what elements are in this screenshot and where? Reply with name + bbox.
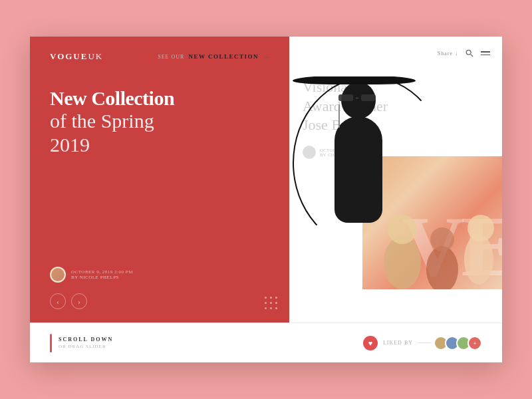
white-top-bar: Share ↓: [438, 49, 490, 58]
author-row: OCTOBER 9, 2018 2:00 PM BY NICOLE PHELPS: [50, 267, 269, 283]
bottom-bar: SCROLL DOWN OR DRAG SLIDER ♥ LIKED BY +: [30, 323, 502, 362]
share-arrow-icon: ↓: [455, 51, 458, 57]
see-our-label: SEE OUR: [158, 54, 184, 60]
scroll-down-section: SCROLL DOWN OR DRAG SLIDER: [50, 334, 113, 352]
search-icon-button[interactable]: [465, 49, 474, 58]
sunglasses: [338, 94, 378, 102]
next-arrow-button[interactable]: ›: [71, 293, 87, 309]
logo: VOGUE UK: [50, 51, 103, 62]
chevron-left-icon: ‹: [57, 298, 59, 305]
scroll-sub-label: OR DRAG SLIDER: [59, 344, 113, 349]
search-icon: [466, 49, 473, 57]
logo-vogue: VOGUE: [50, 51, 88, 62]
mannequin-figure: [289, 76, 436, 269]
liked-avatar-4: +: [467, 336, 482, 350]
hamburger-menu-button[interactable]: [481, 51, 490, 55]
chevron-right-icon: ›: [78, 298, 80, 305]
top-section: VOGUE UK SEE OUR NEW COLLECTION → New Co…: [30, 37, 502, 323]
main-heading: New Collection of the Spring 2019: [50, 87, 269, 255]
heading-new-collection: New Collection: [50, 87, 269, 109]
svg-text:+: +: [473, 340, 477, 346]
svg-point-0: [466, 50, 471, 55]
svg-point-7: [464, 234, 493, 285]
red-panel: VOGUE UK SEE OUR NEW COLLECTION → New Co…: [30, 37, 289, 323]
avatar: [50, 267, 66, 283]
author-info: OCTOBER 9, 2018 2:00 PM BY NICOLE PHELPS: [71, 269, 133, 280]
center-nav: SEE OUR NEW COLLECTION →: [158, 53, 269, 61]
author-name: BY NICOLE PHELPS: [71, 275, 133, 280]
heart-icon[interactable]: ♥: [363, 336, 378, 350]
earring-chain: [338, 104, 340, 128]
nav-bar: VOGUE UK SEE OUR NEW COLLECTION →: [50, 51, 269, 62]
heading-sub: of the Spring: [50, 109, 269, 133]
svg-line-1: [471, 55, 473, 57]
liked-by-label: LIKED BY: [383, 340, 413, 346]
logo-uk: UK: [88, 51, 103, 62]
fashion-image-area: VE: [289, 76, 502, 289]
panel-arrows: ‹ ›: [50, 293, 269, 309]
menu-line-2: [481, 55, 490, 56]
share-label-text: Share: [438, 51, 453, 57]
heading-year: 2019: [50, 133, 269, 157]
svg-point-8: [467, 215, 494, 241]
scroll-text-group: SCROLL DOWN OR DRAG SLIDER: [59, 336, 113, 349]
hat-brim-wide: [293, 76, 416, 84]
plus-icon: +: [471, 340, 478, 346]
avatar-inner: [51, 268, 65, 281]
scroll-down-label: SCROLL DOWN: [59, 336, 113, 342]
share-button[interactable]: Share ↓: [438, 51, 458, 57]
author-date: OCTOBER 9, 2018 2:00 PM: [71, 269, 133, 275]
browser-window: VOGUE UK SEE OUR NEW COLLECTION → New Co…: [30, 37, 502, 362]
menu-line-1: [481, 51, 490, 53]
white-panel: Share ↓: [289, 37, 502, 323]
torso: [334, 116, 382, 223]
prev-arrow-button[interactable]: ‹: [50, 293, 66, 309]
avatar-group: +: [437, 336, 482, 350]
grid-dots-decoration: [265, 297, 279, 311]
new-collection-nav-label[interactable]: NEW COLLECTION: [188, 53, 259, 60]
scroll-indicator-line: [50, 334, 52, 352]
main-content: VOGUE UK SEE OUR NEW COLLECTION → New Co…: [30, 37, 502, 362]
liked-section: ♥ LIKED BY +: [363, 336, 482, 350]
liked-dash-divider: [418, 342, 432, 343]
nav-arrow-icon: →: [263, 53, 269, 61]
